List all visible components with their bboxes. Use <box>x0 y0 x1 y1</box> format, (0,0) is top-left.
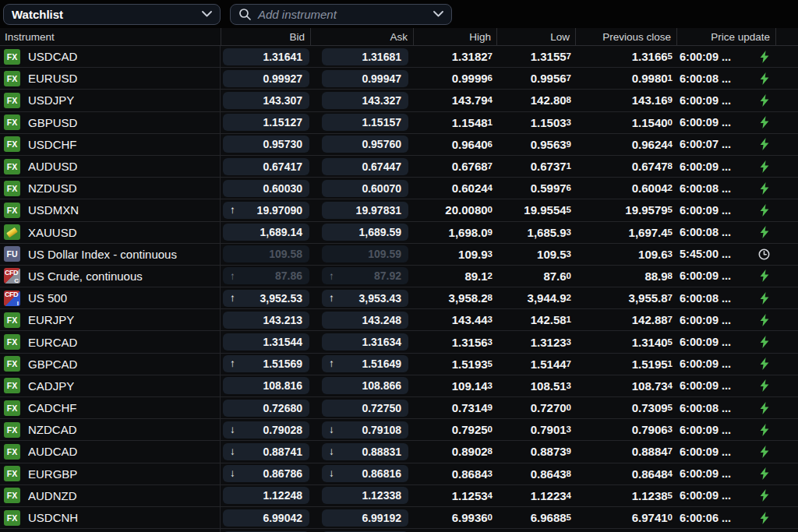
ask-button[interactable]: ↑ 87.92 <box>322 267 408 284</box>
bid-button[interactable]: 143.307 <box>223 92 309 109</box>
instrument-badge: FX <box>4 115 20 130</box>
up-arrow-icon: ↑ <box>230 293 235 304</box>
ask-button[interactable]: 1.31681 <box>322 48 408 65</box>
table-row[interactable]: FX USDCAD 1.31641 1.31681 1.31827 1.3155… <box>0 46 798 68</box>
price-update-time: 6:00:09 ... <box>680 94 731 107</box>
row-spacer <box>775 46 798 67</box>
table-row[interactable]: FX USDJPY 143.307 143.327 143.794 142.80… <box>0 90 798 111</box>
ask-button[interactable]: 1.31634 <box>322 333 408 351</box>
instrument-cell: FX AUDNZD <box>0 485 221 506</box>
table-row[interactable]: FX CADJPY 108.816 108.866 109.143 108.51… <box>0 375 798 397</box>
bid-cell: 1.31641 <box>221 46 310 67</box>
ask-button[interactable]: 19.97831 <box>322 202 408 219</box>
instrument-cell: FX GBPCAD <box>0 354 221 375</box>
bid-button[interactable]: 0.72680 <box>223 400 309 417</box>
ask-button[interactable]: 109.59 <box>322 245 408 262</box>
bid-button[interactable]: 0.95730 <box>223 136 309 153</box>
table-row[interactable]: FX EURJPY 143.213 143.248 143.443 142.58… <box>0 309 798 331</box>
bid-button[interactable]: 109.58 <box>223 245 309 262</box>
table-row[interactable]: FX EURUSD 0.99927 0.99947 0.99996 0.9956… <box>0 68 798 90</box>
bid-button[interactable]: 1.31641 <box>223 48 309 65</box>
row-spacer <box>775 354 798 375</box>
bolt-icon <box>760 358 769 370</box>
bid-cell: ↓ 0.79028 <box>221 419 310 440</box>
bid-button[interactable]: 143.213 <box>223 312 309 329</box>
table-row[interactable]: FX CADCHF 0.72680 0.72750 0.73149 0.7270… <box>0 397 798 419</box>
ask-button[interactable]: ↑ 1.51649 <box>322 355 408 372</box>
ask-button[interactable]: 108.866 <box>322 377 408 394</box>
ask-button[interactable]: 0.60070 <box>322 180 408 197</box>
ask-button[interactable]: 143.327 <box>322 92 408 109</box>
bolt-icon <box>758 226 770 238</box>
ask-button[interactable]: 0.99947 <box>322 70 408 87</box>
bid-button[interactable]: 108.816 <box>223 377 309 394</box>
bid-button[interactable]: 1.15127 <box>223 114 309 131</box>
watchlist-dropdown[interactable]: Watchlist <box>3 4 221 25</box>
ask-button[interactable]: 1,689.59 <box>322 224 408 241</box>
table-row[interactable]: FX USDCNH 6.99042 6.99192 6.99360 6.9688… <box>0 507 798 529</box>
bid-button[interactable]: 1.31544 <box>223 333 309 351</box>
bid-button[interactable]: ↓ 0.88741 <box>223 443 309 460</box>
high-value: 6.99360 <box>413 507 496 528</box>
previous-close-value: 0.96244 <box>575 134 676 155</box>
ask-button[interactable]: ↓ 0.79108 <box>322 421 408 439</box>
ask-button[interactable]: 0.72750 <box>322 400 408 417</box>
up-arrow-icon: ↑ <box>230 358 235 369</box>
bid-button[interactable]: ↑ 19.97090 <box>223 202 309 219</box>
add-instrument-search[interactable]: Add instrument <box>230 4 452 25</box>
watchlist-rows: FX USDCAD 1.31641 1.31681 1.31827 1.3155… <box>0 46 798 532</box>
bid-cell: 1,689.14 <box>221 222 310 243</box>
table-row[interactable]: CFDI US 500 ↑ 3,952.53 ↑ 3,953.43 3,958.… <box>0 287 798 309</box>
table-row[interactable]: FX AUDNZD 1.12248 1.12338 1.12534 1.1223… <box>0 485 798 507</box>
ask-button[interactable]: 143.248 <box>322 312 408 329</box>
bid-button[interactable]: 6.99042 <box>223 509 309 527</box>
instrument-badge: FX <box>4 181 20 196</box>
ask-button[interactable]: ↓ 0.88831 <box>322 443 408 460</box>
ask-button[interactable]: 1.12338 <box>322 487 408 504</box>
table-row[interactable]: FX AUDUSD 0.67417 0.67447 0.67687 0.6737… <box>0 156 798 178</box>
table-row[interactable]: CFDC <box>0 529 798 532</box>
high-value: 1.12534 <box>413 485 496 506</box>
instrument-name: AUDCAD <box>28 445 77 458</box>
bid-button[interactable]: ↑ 1.51569 <box>223 355 309 372</box>
table-row[interactable]: FX NZDCAD ↓ 0.79028 ↓ 0.79108 0.79250 0.… <box>0 419 798 441</box>
table-row[interactable]: FX NZDUSD 0.60030 0.60070 0.60244 0.5997… <box>0 178 798 199</box>
table-row[interactable]: XAUUSD 1,689.14 1,689.59 1,698.09 1,685.… <box>0 222 798 244</box>
low-value: 1.31233 <box>496 331 575 352</box>
bid-button[interactable]: 0.67417 <box>223 158 309 175</box>
table-row[interactable]: FX USDCHF 0.95730 0.95760 0.96406 0.9563… <box>0 134 798 156</box>
bid-button[interactable]: 0.99927 <box>223 70 309 87</box>
ask-button[interactable]: 6.99192 <box>322 509 408 527</box>
bid-button[interactable]: ↑ 87.86 <box>223 267 309 284</box>
instrument-badge: FX <box>4 93 20 108</box>
bid-button[interactable]: ↓ 0.79028 <box>223 421 309 439</box>
header-spacer <box>775 28 798 45</box>
row-spacer <box>775 507 798 528</box>
ask-button[interactable]: 1.15157 <box>322 114 408 131</box>
bid-button[interactable]: 1.12248 <box>223 487 309 504</box>
table-row[interactable]: FX EURGBP ↓ 0.86786 ↓ 0.86816 0.86843 0.… <box>0 463 798 485</box>
table-row[interactable]: FX GBPCAD ↑ 1.51569 ↑ 1.51649 1.51935 1.… <box>0 354 798 375</box>
bid-button[interactable]: 0.60030 <box>223 180 309 197</box>
ask-cell: 1.31634 <box>310 331 413 352</box>
ask-button[interactable]: ↓ 0.86816 <box>322 465 408 482</box>
low-value: 3,944.92 <box>496 287 575 308</box>
instrument-badge: FX <box>4 334 20 350</box>
ask-button[interactable]: ↑ 3,953.43 <box>322 290 408 307</box>
bolt-icon <box>760 270 769 282</box>
instrument-cell: CFDI US 500 <box>0 287 221 308</box>
table-row[interactable]: FX EURCAD 1.31544 1.31634 1.31563 1.3123… <box>0 331 798 353</box>
bid-button[interactable]: ↑ 3,952.53 <box>223 290 309 307</box>
low-value: 0.72700 <box>496 397 575 418</box>
table-row[interactable]: CFDC US Crude, continuous ↑ 87.86 ↑ 87.9… <box>0 266 798 287</box>
ask-button[interactable]: 0.95760 <box>322 136 408 153</box>
table-row[interactable]: FX AUDCAD ↓ 0.88741 ↓ 0.88831 0.89028 0.… <box>0 441 798 463</box>
table-row[interactable]: FU US Dollar Index - continuous 109.58 1… <box>0 244 798 266</box>
bolt-icon <box>758 314 770 326</box>
previous-close-value: 0.73095 <box>575 397 676 418</box>
ask-button[interactable]: 0.67447 <box>322 158 408 175</box>
table-row[interactable]: FX GBPUSD 1.15127 1.15157 1.15481 1.1503… <box>0 112 798 134</box>
bid-button[interactable]: ↓ 0.86786 <box>223 465 309 482</box>
table-row[interactable]: FX USDMXN ↑ 19.97090 19.97831 20.00800 1… <box>0 199 798 221</box>
bid-button[interactable]: 1,689.14 <box>223 224 309 241</box>
